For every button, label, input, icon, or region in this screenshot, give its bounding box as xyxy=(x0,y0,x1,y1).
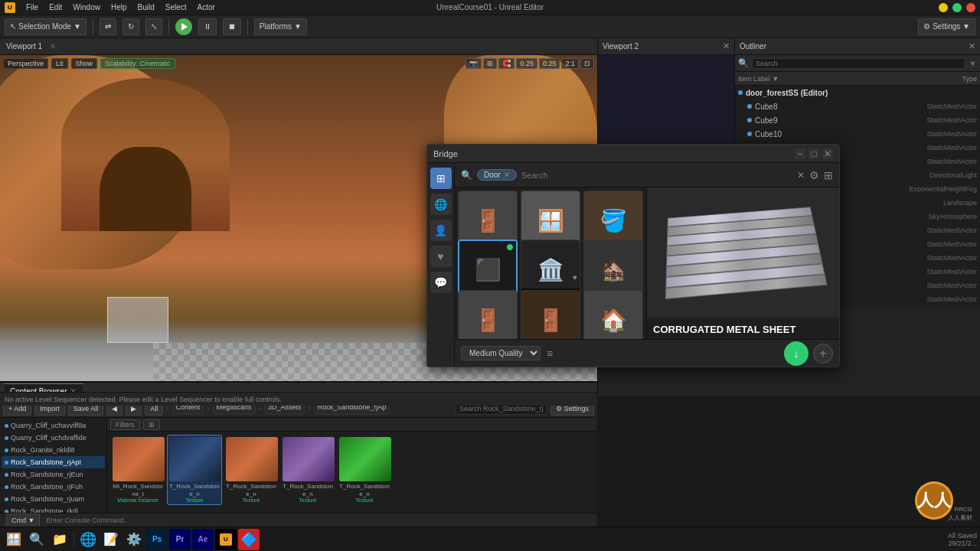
bridge-home-icon[interactable]: ⊞ xyxy=(430,168,452,189)
filter-icon[interactable]: ▼ xyxy=(969,59,977,68)
bridge-asset-thumb[interactable]: 🚪 xyxy=(458,290,518,339)
dropdown-icon: ▼ xyxy=(74,22,81,31)
scale-icon[interactable]: 0.25 xyxy=(539,58,560,69)
maximize-button[interactable] xyxy=(952,3,962,12)
menu-edit[interactable]: Edit xyxy=(49,3,62,11)
filters-button[interactable]: Filters xyxy=(110,419,140,430)
taskbar-files-icon[interactable]: 📁 xyxy=(49,529,70,550)
pause-button[interactable]: ⏸ xyxy=(198,18,217,35)
folder-tree-item[interactable]: Quarry_Cliff_uchdvaffide xyxy=(2,432,105,444)
search-tag-close[interactable]: ✕ xyxy=(504,171,510,179)
minimize-button[interactable] xyxy=(939,3,948,12)
search-tag[interactable]: Door ✕ xyxy=(477,169,517,181)
taskbar-search-icon[interactable]: 🔍 xyxy=(26,529,47,550)
folder-tree-item[interactable]: Rock_Sandstone_rjApI xyxy=(2,456,105,468)
lit-button[interactable]: Lit xyxy=(51,58,68,69)
bridge-search-input[interactable] xyxy=(521,171,792,180)
bridge-asset-thumb[interactable]: 🏠 xyxy=(583,290,643,339)
taskbar-pr-icon[interactable]: Pr xyxy=(169,529,191,550)
folder-tree-item[interactable]: Rock_Sandstone_rjEun xyxy=(2,468,105,481)
taskbar-chrome-icon[interactable]: 🌐 xyxy=(77,529,99,550)
bridge-globe-icon[interactable]: 🌐 xyxy=(430,194,452,215)
folder-tree-item[interactable]: Quarry_Cliff_uchavviff8a xyxy=(2,419,105,432)
bridge-close[interactable]: ✕ xyxy=(822,148,833,159)
bridge-heart-icon[interactable]: ♥ xyxy=(430,246,452,267)
platforms-button[interactable]: Platforms ▼ xyxy=(254,18,307,35)
settings-button[interactable]: ⚙ Settings ▼ xyxy=(918,18,975,35)
menu-actor[interactable]: Actor xyxy=(198,3,215,11)
thumb-favorite-icon[interactable]: ♥ xyxy=(573,273,577,282)
outliner-item-name: door_forestSS (Editor) xyxy=(746,89,828,97)
outliner-row[interactable]: door_forestSS (Editor) xyxy=(735,86,980,99)
watermark: 人人 RRCG人人素材 xyxy=(896,478,972,523)
taskbar-ae-icon[interactable]: Ae xyxy=(192,529,214,550)
menu-build[interactable]: Build xyxy=(138,3,155,11)
outliner-row[interactable]: Cube8StaticMeshActor xyxy=(735,99,980,113)
bridge-asset-thumb[interactable]: 🚪 xyxy=(521,290,580,339)
taskbar-clock: All Saved29/21/2... xyxy=(948,532,977,547)
folder-tree-item[interactable]: Rock_Sandstone_rjFuh xyxy=(2,481,105,493)
camera-icon[interactable]: 📷 xyxy=(466,58,482,69)
viewport2-close[interactable]: ✕ xyxy=(723,41,730,51)
search-view-icon[interactable]: ⊞ xyxy=(824,169,833,181)
aspect-icon[interactable]: 2:1 xyxy=(561,58,579,69)
view-options-button[interactable]: ⊞ xyxy=(143,419,160,430)
folder-tree-item[interactable]: Rock_Sandstone_rjuam xyxy=(2,493,105,505)
bridge-body: ⊞ 🌐 👤 ♥ 💬 🔍 Door ✕ ✕ ⚙ ⊞ 🚪🪟🪣⬛🏛️Stone Arc… xyxy=(427,163,839,367)
grid-icon[interactable]: ⊞ xyxy=(483,58,497,69)
app-icon: U xyxy=(5,2,15,13)
window-controls xyxy=(939,3,975,12)
menu-select[interactable]: Select xyxy=(165,3,187,11)
asset-item[interactable]: T_Rock_Sandstone_nTexture xyxy=(280,435,335,505)
bridge-window: Bridge − □ ✕ ⊞ 🌐 👤 ♥ 💬 🔍 Door ✕ ✕ ⚙ xyxy=(426,144,840,367)
zoom-icon[interactable]: 0.25 xyxy=(516,58,537,69)
bridge-minimize[interactable]: − xyxy=(795,148,805,159)
bridge-user-icon[interactable]: 👤 xyxy=(430,220,452,241)
play-button[interactable] xyxy=(175,18,192,35)
outliner-row[interactable]: Cube9StaticMeshActor xyxy=(735,113,980,127)
cmd-button[interactable]: Cmd ▼ xyxy=(6,514,40,527)
taskbar-vscode-icon[interactable]: 📝 xyxy=(100,529,122,550)
download-button[interactable]: ↓ xyxy=(784,341,808,366)
close-button[interactable] xyxy=(966,3,975,12)
taskbar-windows-icon[interactable]: 🪟 xyxy=(3,529,24,550)
asset-item[interactable]: T_Rock_Sandstone_nTexture xyxy=(224,435,279,505)
transform-rotate-button[interactable]: ↻ xyxy=(122,18,139,35)
taskbar: 🪟 🔍 📁 🌐 📝 ⚙️ Ps Pr Ae U 🔷 All Saved29/21… xyxy=(0,527,980,551)
add-to-project-button[interactable]: + xyxy=(813,344,833,364)
menu-file[interactable]: File xyxy=(26,3,38,11)
show-button[interactable]: Show xyxy=(71,58,98,69)
selection-mode-button[interactable]: ↖ Selection Mode ▼ xyxy=(5,18,87,35)
viewport-tab-label[interactable]: Viewport 1 xyxy=(6,42,42,51)
folder-tree-item[interactable]: Rock_Granite_nkldi8 xyxy=(2,444,105,456)
transform-scale-button[interactable]: ⤡ xyxy=(145,18,162,35)
list-view-icon[interactable]: ≡ xyxy=(547,347,553,360)
asset-item[interactable]: T_Rock_Sandstone_nTexture xyxy=(167,435,222,505)
viewport-tab-close[interactable]: ✕ xyxy=(50,42,56,51)
outliner-close[interactable]: ✕ xyxy=(969,41,975,51)
asset-item[interactable]: MI_Rock_Sandstone_tMaterial Instance xyxy=(110,435,165,505)
perspective-button[interactable]: Perspective xyxy=(3,58,48,69)
asset-thumbnail xyxy=(283,437,335,481)
outliner-search-bar: 🔍 ▼ xyxy=(735,55,980,72)
outliner-row[interactable]: Cube10StaticMeshActor xyxy=(735,127,980,141)
menu-window[interactable]: Window xyxy=(73,3,100,11)
snap-icon[interactable]: 🧲 xyxy=(498,58,514,69)
bridge-chat-icon[interactable]: 💬 xyxy=(430,272,452,293)
search-filter-icon[interactable]: ⚙ xyxy=(809,169,819,181)
asset-item[interactable]: T_Rock_Sandstone_nTexture xyxy=(337,435,392,505)
taskbar-ps-icon[interactable]: Ps xyxy=(146,529,168,550)
bridge-search-icon[interactable]: 🔍 xyxy=(461,170,472,181)
quality-dropdown[interactable]: Medium Quality High Quality Low Quality xyxy=(461,346,541,360)
taskbar-app-icon[interactable]: 🔷 xyxy=(238,529,260,550)
search-clear-icon[interactable]: ✕ xyxy=(797,170,805,181)
fullscreen-icon[interactable]: ⊡ xyxy=(580,58,594,69)
bridge-maximize[interactable]: □ xyxy=(808,148,819,159)
taskbar-ue-icon[interactable]: U xyxy=(215,529,237,550)
menu-help[interactable]: Help xyxy=(111,3,127,11)
console-input[interactable] xyxy=(46,517,591,524)
transform-move-button[interactable]: ⇄ xyxy=(100,18,116,35)
taskbar-settings-icon[interactable]: ⚙️ xyxy=(123,529,145,550)
stop-button[interactable]: ⏹ xyxy=(223,18,241,35)
outliner-search-input[interactable] xyxy=(752,58,965,69)
